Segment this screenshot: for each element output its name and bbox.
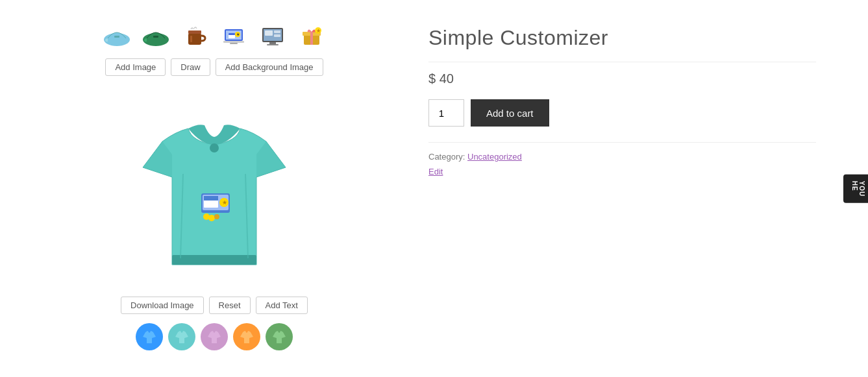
svg-rect-14 xyxy=(230,43,238,44)
tshirt-canvas[interactable]: ★ xyxy=(120,86,308,287)
shirt-icon-green xyxy=(270,328,288,346)
svg-point-38 xyxy=(208,215,215,221)
add-background-image-button[interactable]: Add Background Image xyxy=(216,58,323,76)
product-info-panel: Simple Customizer $ 40 Add to cart Categ… xyxy=(403,13,842,364)
svg-rect-6 xyxy=(190,36,192,42)
shirt-icon-pink xyxy=(205,328,223,346)
tshirt-svg: ★ xyxy=(123,90,305,284)
divider-2 xyxy=(428,142,816,143)
reset-button[interactable]: Reset xyxy=(209,297,251,314)
svg-rect-10 xyxy=(229,33,235,35)
swatch-green[interactable] xyxy=(266,323,293,350)
swatch-blue[interactable] xyxy=(136,323,163,350)
shirt-icon-teal xyxy=(173,328,191,346)
side-widget-text: YOUHE xyxy=(851,180,865,197)
shirt-icon-blue xyxy=(140,328,158,346)
add-to-cart-button[interactable]: Add to cart xyxy=(471,99,549,127)
icon-coffee-cup[interactable] xyxy=(179,19,211,52)
svg-point-39 xyxy=(214,214,219,219)
draw-button[interactable]: Draw xyxy=(171,58,210,76)
icon-row: ★ xyxy=(101,19,328,52)
icon-gift-star[interactable]: ★ xyxy=(295,19,328,52)
icon-laptop-shopping[interactable]: ★ xyxy=(217,19,250,52)
add-text-button[interactable]: Add Text xyxy=(256,297,308,314)
shirt-icon-orange xyxy=(238,328,256,346)
color-swatch-row xyxy=(136,323,293,350)
svg-rect-18 xyxy=(267,44,279,45)
svg-text:★: ★ xyxy=(236,32,240,36)
svg-rect-5 xyxy=(188,30,201,34)
edit-row: Edit xyxy=(428,167,816,176)
svg-rect-20 xyxy=(274,30,280,33)
swatch-teal[interactable] xyxy=(168,323,195,350)
product-price: $ 40 xyxy=(428,71,816,86)
svg-rect-13 xyxy=(223,41,244,43)
svg-rect-1 xyxy=(114,36,119,38)
svg-point-27 xyxy=(210,143,219,152)
svg-rect-28 xyxy=(172,255,256,265)
svg-text:★: ★ xyxy=(222,199,227,206)
svg-rect-17 xyxy=(269,42,276,44)
svg-rect-3 xyxy=(153,36,158,38)
svg-rect-34 xyxy=(204,196,218,201)
svg-rect-21 xyxy=(274,34,280,37)
category-row: Category: Uncategorized xyxy=(428,152,816,162)
divider-1 xyxy=(428,62,816,62)
edit-link[interactable]: Edit xyxy=(428,167,443,176)
svg-rect-24 xyxy=(310,32,313,45)
icon-cap-green[interactable] xyxy=(140,19,172,52)
add-to-cart-row: Add to cart xyxy=(428,99,816,127)
add-image-button[interactable]: Add Image xyxy=(105,58,166,76)
swatch-pink[interactable] xyxy=(201,323,228,350)
category-label: Category: xyxy=(428,152,465,162)
icon-desktop-screen[interactable] xyxy=(256,19,289,52)
side-widget: YOUHE xyxy=(843,174,868,203)
quantity-input[interactable] xyxy=(428,99,464,127)
product-customizer-panel: ★ xyxy=(26,13,403,364)
product-title: Simple Customizer xyxy=(428,26,816,50)
svg-text:★: ★ xyxy=(316,28,321,34)
icon-cap-blue[interactable] xyxy=(101,19,133,52)
bottom-button-row: Download Image Reset Add Text xyxy=(121,297,308,314)
top-button-row: Add Image Draw Add Background Image xyxy=(105,58,323,76)
swatch-orange[interactable] xyxy=(233,323,260,350)
download-image-button[interactable]: Download Image xyxy=(121,297,204,314)
svg-rect-19 xyxy=(265,30,273,36)
category-link[interactable]: Uncategorized xyxy=(467,152,522,162)
